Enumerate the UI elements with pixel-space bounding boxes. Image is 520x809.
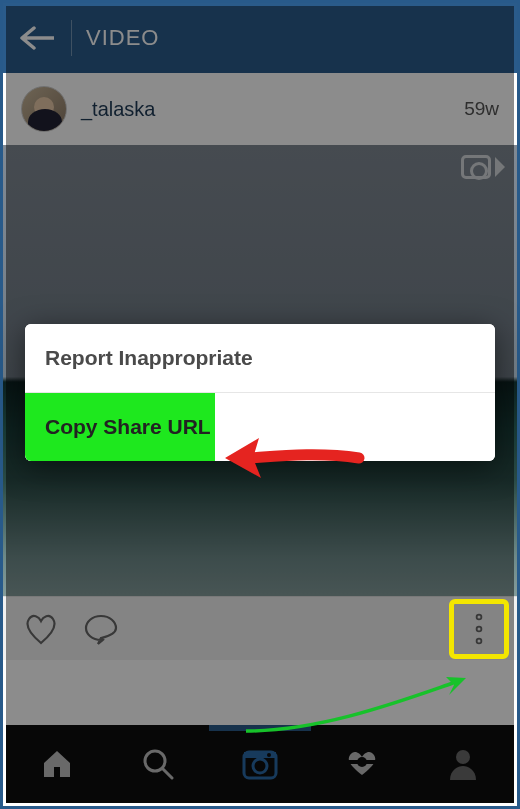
comment-icon: [84, 613, 118, 645]
more-options-button[interactable]: [459, 609, 499, 649]
svg-point-1: [477, 626, 482, 631]
svg-line-4: [163, 769, 172, 778]
back-arrow-icon: [20, 26, 54, 50]
svg-rect-10: [344, 760, 380, 764]
heart-icon: [23, 613, 59, 645]
nav-camera[interactable]: [209, 725, 311, 803]
menu-item-copy-url[interactable]: Copy Share URL: [25, 393, 495, 461]
home-icon: [40, 749, 74, 779]
avatar[interactable]: [21, 86, 67, 132]
svg-point-11: [456, 750, 470, 764]
app-frame: VIDEO _talaska 59w: [0, 0, 520, 809]
like-button[interactable]: [21, 609, 61, 649]
post-header: _talaska 59w: [3, 73, 517, 145]
header-divider: [71, 20, 72, 56]
svg-point-6: [253, 759, 267, 773]
nav-activity[interactable]: [311, 725, 413, 803]
page-title: VIDEO: [86, 25, 159, 51]
back-button[interactable]: [17, 18, 57, 58]
video-badge-icon: [461, 155, 505, 179]
nav-home[interactable]: [6, 725, 108, 803]
more-vertical-icon: [474, 612, 484, 646]
camera-icon: [242, 748, 278, 780]
svg-point-2: [477, 638, 482, 643]
top-bar: VIDEO: [3, 3, 517, 73]
menu-item-label: Report Inappropriate: [45, 346, 253, 369]
post-action-bar: [3, 596, 517, 660]
menu-item-label: Copy Share URL: [45, 415, 211, 438]
svg-rect-7: [244, 752, 276, 758]
svg-point-8: [267, 753, 271, 757]
menu-item-report[interactable]: Report Inappropriate: [25, 324, 495, 392]
options-modal: Report Inappropriate Copy Share URL: [25, 324, 495, 461]
search-icon: [142, 748, 174, 780]
username[interactable]: _talaska: [81, 98, 156, 121]
post-timestamp: 59w: [464, 98, 499, 120]
nav-search[interactable]: [108, 725, 210, 803]
comment-button[interactable]: [81, 609, 121, 649]
bottom-nav: [6, 725, 514, 803]
profile-icon: [448, 748, 478, 780]
nav-profile[interactable]: [412, 725, 514, 803]
svg-point-0: [477, 614, 482, 619]
activity-icon: [342, 749, 382, 779]
